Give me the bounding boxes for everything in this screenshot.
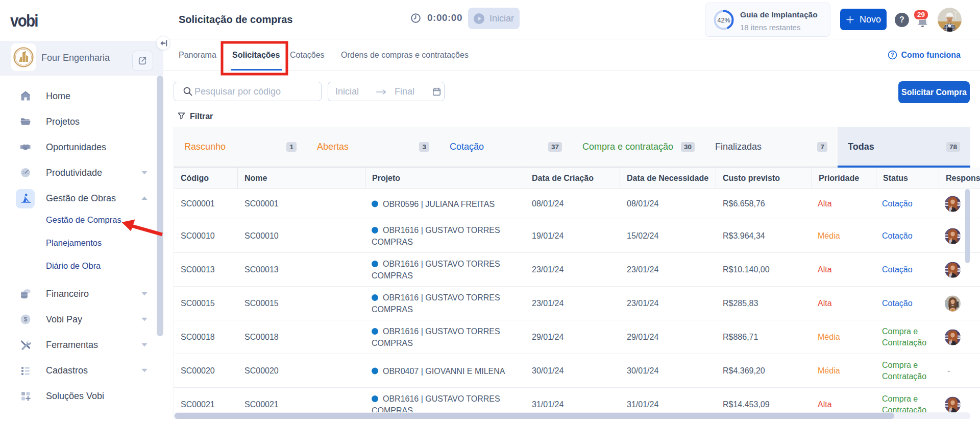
svg-text:$: $ [24,316,28,323]
svg-text:?: ? [891,52,894,58]
svg-text:42%: 42% [717,17,730,24]
